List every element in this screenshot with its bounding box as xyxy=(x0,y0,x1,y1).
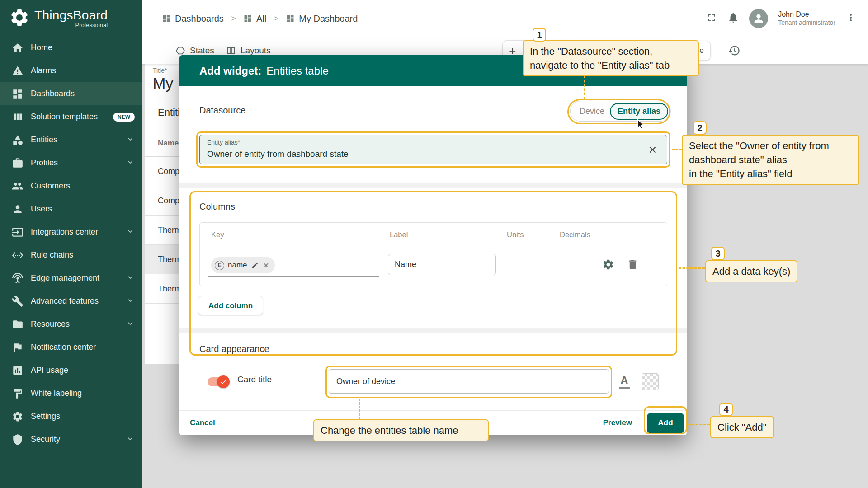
tab-entity-alias[interactable]: Entity alias xyxy=(610,103,668,120)
card-title-toggle[interactable] xyxy=(208,377,228,386)
dashboard-icon xyxy=(162,14,171,23)
breadcrumb-all[interactable]: All xyxy=(243,14,266,24)
card-appearance-heading: Card appearance xyxy=(199,344,269,354)
dashboard-icon xyxy=(286,14,295,23)
kebab-menu-icon[interactable] xyxy=(845,12,856,25)
dialog-cancel-link[interactable]: Cancel xyxy=(190,418,215,427)
datasource-type-toggle: Device Entity alias xyxy=(570,101,671,122)
sidebar-item-advanced-features[interactable]: Advanced features xyxy=(0,290,142,313)
sidebar-item-solution-templates[interactable]: Solution templates NEW xyxy=(0,105,142,128)
sidebar-item-users[interactable]: Users xyxy=(0,197,142,221)
history-button[interactable] xyxy=(725,44,743,59)
sidebar-item-home[interactable]: Home xyxy=(0,36,142,59)
annotation-step3-number: 3 xyxy=(711,247,725,260)
columns-heading: Columns xyxy=(199,202,235,212)
data-key-name: name xyxy=(228,261,247,270)
dialog-title-widget-name: Entities table xyxy=(266,65,328,77)
paint-icon xyxy=(12,388,24,399)
edit-key-icon[interactable] xyxy=(251,262,259,269)
states-icon xyxy=(175,46,185,56)
sidebar-item-security[interactable]: Security xyxy=(0,428,142,451)
sidebar-item-rule-chains[interactable]: Rule chains xyxy=(0,244,142,267)
annotation-step4: Click "Add" xyxy=(710,416,774,438)
dashboard-title-value[interactable]: My xyxy=(153,75,173,92)
sidebar-item-resources[interactable]: Resources xyxy=(0,313,142,336)
rule-chains-icon xyxy=(12,249,24,261)
sidebar-item-integrations-center[interactable]: Integrations center xyxy=(0,221,142,244)
add-widget-dialog: Add widget: Entities table Datasource De… xyxy=(179,55,687,435)
shield-icon xyxy=(12,434,24,446)
section-divider xyxy=(179,183,687,188)
card-title-input[interactable] xyxy=(329,369,609,394)
sidebar-item-customers[interactable]: Customers xyxy=(0,174,142,197)
annotation-note: Change the entities table name xyxy=(313,419,489,441)
logo-gear-icon xyxy=(9,7,30,30)
sidebar-item-settings[interactable]: Settings xyxy=(0,405,142,428)
sidebar-item-white-labeling[interactable]: White labeling xyxy=(0,382,142,405)
dashboard-title-label: Title* xyxy=(153,67,167,74)
chart-icon xyxy=(12,365,24,376)
fullscreen-icon[interactable] xyxy=(706,12,717,25)
chevron-down-icon xyxy=(126,273,135,284)
breadcrumb-dashboards[interactable]: Dashboards xyxy=(162,14,224,24)
chevron-down-icon xyxy=(126,434,135,445)
top-header: Dashboards > All > My Dashboard John Doe… xyxy=(142,0,868,37)
chevron-down-icon xyxy=(126,296,135,307)
delete-column-trash-icon[interactable] xyxy=(627,258,639,272)
brand-subtitle: Professional xyxy=(34,22,108,28)
add-widget-submit-button[interactable]: Add xyxy=(647,413,684,433)
columns-table: Key Label Units Decimals E name xyxy=(199,222,667,286)
annotation-step2-number: 2 xyxy=(693,121,707,135)
sidebar-item-edge-management[interactable]: Edge management xyxy=(0,267,142,290)
card-title-label: Card title xyxy=(237,375,272,385)
dashboard-icon xyxy=(243,14,252,23)
avatar[interactable] xyxy=(749,9,768,28)
key-settings-gear-icon[interactable] xyxy=(602,258,614,272)
annotation-step3: Add a data key(s) xyxy=(705,260,797,282)
background-color-picker-icon[interactable] xyxy=(642,373,659,390)
sidebar-item-notification-center[interactable]: Notification center xyxy=(0,336,142,359)
column-label-input[interactable] xyxy=(388,254,496,275)
column-header-decimals: Decimals xyxy=(560,223,590,246)
entity-alias-field-label: Entity alias* xyxy=(207,139,240,146)
remove-key-icon[interactable] xyxy=(262,262,270,269)
section-divider xyxy=(179,328,687,333)
notifications-bell-icon[interactable] xyxy=(727,12,739,25)
column-header-key: Key xyxy=(211,223,224,246)
thingsboard-logo[interactable]: ThingsBoard Professional xyxy=(0,0,142,35)
people-icon xyxy=(12,180,24,192)
data-key-chip[interactable]: E name xyxy=(211,257,275,273)
sidebar-item-api-usage[interactable]: API usage xyxy=(0,359,142,382)
app-window: Title* My Entities Name Compre Compre Th… xyxy=(0,0,868,488)
folder-icon xyxy=(12,319,24,330)
sidebar-item-dashboards[interactable]: Dashboards xyxy=(0,82,142,105)
breadcrumb-separator: > xyxy=(231,14,236,23)
clear-alias-icon[interactable] xyxy=(647,145,658,157)
entity-field-icon: E xyxy=(215,261,224,270)
history-icon xyxy=(728,44,741,57)
column-header-units: Units xyxy=(507,223,524,246)
sidebar-item-profiles[interactable]: Profiles xyxy=(0,151,142,174)
breadcrumb: Dashboards > All > My Dashboard xyxy=(142,14,358,24)
gear-icon xyxy=(12,411,24,422)
columns-table-header: Key Label Units Decimals xyxy=(200,223,667,246)
sidebar-item-alarms[interactable]: Alarms xyxy=(0,59,142,82)
annotation-step2: Select the "Owner of entity from dashboa… xyxy=(682,135,859,185)
user-role: Tenant administrator xyxy=(778,19,835,27)
briefcase-icon xyxy=(12,157,24,169)
chevron-down-icon xyxy=(126,158,135,169)
user-info[interactable]: John Doe Tenant administrator xyxy=(778,10,835,27)
preview-link[interactable]: Preview xyxy=(603,418,632,427)
sidebar-item-entities[interactable]: Entities xyxy=(0,128,142,151)
entity-alias-field[interactable]: Entity alias* Owner of entity from dashb… xyxy=(199,135,667,164)
wrench-icon xyxy=(12,296,24,307)
brand-name: ThingsBoard xyxy=(34,8,108,23)
chevron-down-icon xyxy=(126,227,135,238)
add-column-button[interactable]: Add column xyxy=(198,296,263,315)
home-icon xyxy=(12,42,24,54)
breadcrumb-my-dashboard[interactable]: My Dashboard xyxy=(286,14,358,24)
tab-device[interactable]: Device xyxy=(574,107,610,116)
templates-icon xyxy=(12,111,24,123)
layouts-icon xyxy=(226,46,236,56)
text-format-icon[interactable]: A xyxy=(614,372,634,393)
